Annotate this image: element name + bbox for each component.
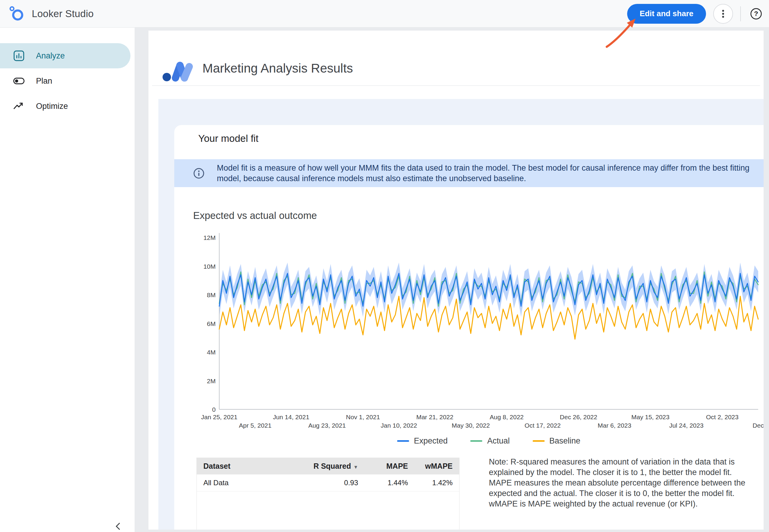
table-cell: 1.44% (365, 474, 414, 492)
column-header-label: MAPE (386, 462, 408, 470)
y-tick-label: 6M (207, 320, 216, 327)
sidebar-item-analyze[interactable]: Analyze (0, 43, 130, 68)
model-fit-table: DatasetR Squared▼MAPEwMAPEAll Data0.931.… (196, 458, 459, 530)
legend-label: Baseline (549, 436, 581, 446)
sidebar: AnalyzePlanOptimize (0, 28, 135, 532)
sidebar-item-label: Optimize (36, 102, 68, 111)
sidebar-nav: AnalyzePlanOptimize (0, 28, 135, 119)
sidebar-item-label: Analyze (36, 51, 65, 61)
x-tick-label: Jan 25, 2021 (201, 414, 237, 420)
meridian-logo-icon (162, 55, 194, 82)
report-page: Marketing Analysis Results Your model fi… (148, 31, 764, 530)
info-banner: Model fit is a measure of how well your … (174, 159, 764, 187)
help-button[interactable]: ? (748, 6, 764, 22)
app-title: Looker Studio (32, 8, 94, 19)
x-tick-label: Jan 10, 2022 (381, 422, 417, 429)
column-header-dataset[interactable]: Dataset (197, 458, 297, 474)
legend-item-actual: Actual (470, 436, 510, 446)
sidebar-collapse-button[interactable] (112, 521, 125, 532)
legend-item-expected: Expected (397, 436, 448, 446)
report-canvas: Your model fit Model fit is a measure of… (158, 99, 764, 530)
chevron-left-icon (113, 521, 124, 531)
info-icon (193, 167, 205, 179)
x-tick-label: Mar 21, 2022 (416, 414, 453, 420)
y-tick-label: 10M (203, 263, 216, 270)
topbar-brand: Looker Studio (8, 5, 94, 22)
model-fit-card: Your model fit Model fit is a measure of… (174, 125, 764, 530)
sidebar-item-label: Plan (36, 76, 52, 86)
legend-label: Expected (414, 436, 448, 446)
x-tick-label: Jun 14, 2021 (273, 414, 309, 420)
note-text: Note: R-squared measures the amount of v… (489, 457, 750, 509)
x-tick-label: Oct 17, 2022 (525, 422, 561, 429)
legend-swatch-icon (397, 440, 409, 442)
topbar-actions: Edit and share ? (627, 4, 764, 24)
column-header-label: Dataset (203, 462, 230, 470)
column-header-mape[interactable]: MAPE (365, 458, 414, 474)
chart-title: Expected vs actual outcome (193, 210, 317, 221)
x-tick-label: Mar 6, 2023 (598, 422, 631, 429)
x-tick-label: Aug 8, 2022 (490, 414, 524, 420)
legend-swatch-icon (470, 440, 482, 442)
card-title: Your model fit (198, 133, 259, 144)
topbar-divider (740, 6, 741, 21)
sidebar-item-plan[interactable]: Plan (0, 68, 130, 94)
kebab-menu-icon (718, 9, 728, 19)
header-divider (152, 85, 760, 86)
expected-vs-actual-chart: 02M4M6M8M10M12MJan 25, 2021Apr 5, 2021Ju… (174, 224, 764, 434)
model-fit-table-grid: DatasetR Squared▼MAPEwMAPEAll Data0.931.… (197, 458, 459, 492)
x-tick-label: Aug 23, 2021 (308, 422, 346, 429)
x-tick-label: Dec 26, 2022 (560, 414, 597, 420)
table-cell: All Data (197, 474, 297, 492)
x-tick-label: Apr 5, 2021 (239, 422, 272, 429)
x-tick-label: May 15, 2023 (631, 414, 669, 420)
svg-text:?: ? (754, 10, 758, 17)
main-area: Marketing Analysis Results Your model fi… (135, 28, 769, 532)
y-tick-label: 0 (212, 406, 216, 413)
more-options-button[interactable] (713, 4, 733, 24)
x-tick-label: May 30, 2022 (452, 422, 490, 429)
sidebar-item-optimize[interactable]: Optimize (0, 94, 130, 119)
column-header-r-squared[interactable]: R Squared▼ (297, 458, 365, 474)
y-tick-label: 4M (207, 349, 216, 356)
y-tick-label: 2M (207, 378, 216, 384)
chart-legend: ExpectedActualBaseline (219, 435, 758, 446)
optimize-trending-icon (13, 100, 25, 112)
y-tick-label: 12M (203, 234, 216, 241)
legend-label: Actual (487, 436, 510, 446)
column-header-label: R Squared (313, 462, 351, 470)
looker-studio-logo-icon (8, 5, 26, 22)
plan-toggle-icon (13, 75, 25, 87)
sort-desc-icon: ▼ (353, 465, 358, 470)
help-circle-icon: ? (750, 7, 762, 21)
column-header-label: wMAPE (425, 462, 453, 470)
table-row: All Data0.931.44%1.42% (197, 474, 459, 492)
edit-and-share-button[interactable]: Edit and share (627, 4, 706, 24)
column-header-wmape[interactable]: wMAPE (414, 458, 459, 474)
report-header: Marketing Analysis Results (162, 55, 353, 82)
y-tick-label: 8M (207, 291, 216, 298)
x-tick-label: Nov 1, 2021 (346, 414, 380, 420)
table-cell: 1.42% (414, 474, 459, 492)
analyze-chart-icon (13, 49, 25, 62)
info-banner-text: Model fit is a measure of how well your … (217, 163, 750, 184)
report-title: Marketing Analysis Results (202, 61, 353, 76)
x-tick-label: Jul 24, 2023 (669, 422, 703, 429)
table-cell: 0.93 (297, 474, 365, 492)
legend-swatch-icon (533, 440, 545, 442)
legend-item-baseline: Baseline (533, 436, 581, 446)
x-tick-label: Oct 2, 2023 (706, 414, 739, 420)
x-tick-label: Dec (753, 422, 764, 429)
table-header-row: DatasetR Squared▼MAPEwMAPE (197, 458, 459, 474)
topbar: Looker Studio Edit and share ? (0, 0, 769, 28)
